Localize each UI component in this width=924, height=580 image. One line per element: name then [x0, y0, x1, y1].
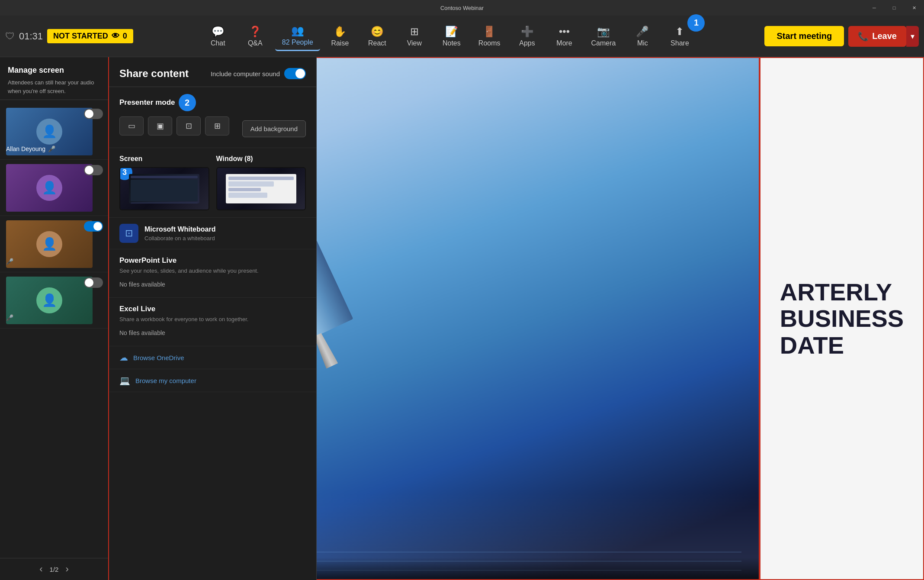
participant-toggle[interactable] — [84, 165, 103, 175]
screen-row: Screen 3 — [119, 155, 306, 210]
slide-text-line1: ARTERLY — [780, 279, 904, 306]
onedrive-icon: ☁ — [119, 352, 128, 363]
screen-option: Screen 3 — [119, 155, 209, 210]
manage-screen-header: Manage screen Attendees can still hear y… — [0, 57, 108, 100]
camera-label: Camera — [591, 39, 616, 47]
nav-item-people[interactable]: 👥 82 People — [275, 21, 320, 51]
toolbar: 🛡 01:31 NOT STARTED 👁 0 💬 Chat ❓ Q&A 👥 8… — [0, 16, 924, 57]
view-icon: ⊞ — [410, 26, 419, 38]
pagination: ‹ 1/2 › — [0, 558, 108, 580]
people-icon: 👥 — [291, 25, 304, 37]
include-sound-label: Include computer sound — [211, 70, 280, 77]
whiteboard-info: Microsoft Whiteboard Collaborate on a wh… — [144, 226, 306, 242]
participant-toggle[interactable] — [84, 109, 103, 119]
nav-item-share[interactable]: 1 ⬆ Share — [662, 22, 697, 51]
nav-item-chat[interactable]: 💬 Chat — [201, 22, 235, 51]
nav-item-react[interactable]: 😊 React — [360, 22, 395, 51]
react-label: React — [368, 39, 386, 47]
close-button[interactable]: ✕ — [904, 0, 924, 16]
title-bar: Contoso Webinar ─ □ ✕ — [0, 0, 924, 16]
slide-content: ARTERLY BUSINESS DATE — [763, 261, 921, 376]
toolbar-nav: 💬 Chat ❓ Q&A 👥 82 People ✋ Raise 😊 React… — [140, 21, 758, 51]
prev-page-button[interactable]: ‹ — [39, 564, 42, 575]
screen-label: Screen — [119, 155, 209, 163]
presentation-slide: ARTERLY BUSINESS DATE — [760, 58, 923, 579]
leave-label: Leave — [872, 31, 897, 41]
rooms-label: Rooms — [478, 39, 500, 47]
qa-icon: ❓ — [249, 26, 262, 38]
window-controls: ─ □ ✕ — [864, 0, 924, 16]
window-title: Contoso Webinar — [440, 5, 484, 11]
screen-thumbnail — [120, 168, 209, 209]
screen-window-section: Screen 3 — [109, 148, 316, 218]
camera-icon: 📷 — [597, 26, 610, 38]
sidebar: Manage screen Attendees can still hear y… — [0, 57, 109, 580]
maximize-button[interactable]: □ — [884, 0, 904, 16]
leave-button[interactable]: 📞 Leave — [848, 26, 906, 47]
powerpoint-title: PowerPoint Live — [119, 256, 306, 265]
shield-icon: 🛡 — [5, 31, 15, 42]
add-background-button[interactable]: Add background — [242, 120, 306, 137]
more-icon: ••• — [559, 26, 570, 38]
list-item: 👤 🎤 — [0, 272, 108, 329]
mode-btn-1[interactable]: ▭ — [119, 116, 144, 135]
mode-btn-4[interactable]: ⊞ — [205, 116, 229, 135]
leave-button-group: 📞 Leave ▾ — [848, 26, 919, 47]
participant-list: 👤 Allan Deyoung 🎤 👤 👤 — [0, 100, 108, 558]
sound-toggle-switch[interactable] — [284, 68, 306, 79]
participant-toggle[interactable] — [84, 221, 103, 232]
start-meeting-button[interactable]: Start meeting — [764, 26, 844, 46]
chat-label: Chat — [211, 39, 225, 47]
whiteboard-item[interactable]: ⊡ Microsoft Whiteboard Collaborate on a … — [109, 218, 316, 249]
nav-item-mic[interactable]: 🎤 Mic — [625, 22, 660, 51]
notes-icon: 📝 — [445, 26, 458, 38]
react-icon: 😊 — [371, 26, 384, 38]
window-content — [226, 174, 296, 203]
nav-item-raise[interactable]: ✋ Raise — [323, 22, 357, 51]
participant-toggle[interactable] — [84, 277, 103, 288]
apps-label: Apps — [519, 39, 535, 47]
mode-btn-2[interactable]: ▣ — [148, 116, 172, 135]
raise-label: Raise — [331, 39, 349, 47]
presenter-mode-section: Presenter mode 2 ▭ ▣ ⊡ ⊞ Add background — [109, 87, 316, 148]
avatar: 👤 — [6, 277, 93, 324]
browse-onedrive-label: Browse OneDrive — [133, 354, 184, 361]
nav-item-apps[interactable]: ➕ Apps — [510, 22, 545, 51]
nav-item-rooms[interactable]: 🚪 Rooms — [472, 22, 507, 51]
nav-item-notes[interactable]: 📝 Notes — [434, 22, 469, 51]
manage-screen-desc: Attendees can still hear your audio when… — [8, 78, 100, 95]
mic-label: Mic — [637, 39, 648, 47]
browse-computer-button[interactable]: 💻 Browse my computer — [109, 369, 316, 392]
mic-icon-bottom: 🎤 — [6, 258, 13, 265]
screen-thumb-inner — [129, 174, 199, 203]
mic-icon-bottom2: 🎤 — [6, 314, 13, 321]
next-page-button[interactable]: › — [65, 564, 68, 575]
mode-btn-3[interactable]: ⊡ — [176, 116, 201, 135]
share-panel-title: Share content — [119, 68, 189, 80]
avatar: 👤 — [6, 164, 93, 212]
people-label: 82 People — [282, 39, 313, 46]
window-preview[interactable] — [216, 167, 306, 210]
nav-item-camera[interactable]: 📷 Camera — [584, 22, 623, 51]
leave-chevron-button[interactable]: ▾ — [906, 26, 919, 47]
window-thumbnail — [217, 168, 305, 209]
slide-title: ARTERLY BUSINESS DATE — [780, 279, 904, 359]
share-label: Share — [671, 39, 689, 47]
window-label: Window (8) — [216, 155, 306, 163]
nav-item-more[interactable]: ••• More — [547, 22, 582, 51]
nav-item-view[interactable]: ⊞ View — [397, 22, 432, 51]
timer-display: 01:31 — [19, 31, 43, 42]
step1-badge: 1 — [687, 14, 705, 32]
manage-screen-title: Manage screen — [8, 66, 100, 75]
include-sound-toggle[interactable]: Include computer sound — [211, 68, 306, 79]
rooms-icon: 🚪 — [483, 26, 496, 38]
nav-item-qa[interactable]: ❓ Q&A — [238, 22, 273, 51]
powerpoint-desc: See your notes, slides, and audience whi… — [119, 267, 306, 274]
screen-preview[interactable]: 3 — [119, 167, 209, 210]
presenter-mode-row: Presenter mode 2 — [119, 94, 306, 111]
minimize-button[interactable]: ─ — [864, 0, 884, 16]
share-panel-header: Share content Include computer sound — [109, 57, 316, 87]
browse-onedrive-button[interactable]: ☁ Browse OneDrive — [109, 346, 316, 369]
view-label: View — [407, 39, 422, 47]
excel-section: Excel Live Share a workbook for everyone… — [109, 298, 316, 346]
